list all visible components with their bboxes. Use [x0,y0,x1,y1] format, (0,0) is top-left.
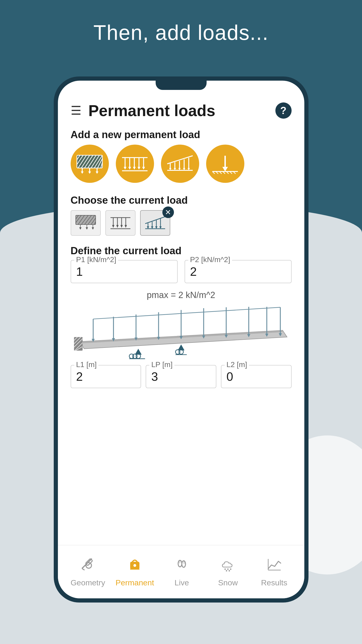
permanent-label: Permanent [116,578,154,587]
svg-point-139 [230,568,231,570]
load-thumb-trapezoidal[interactable]: ✕ [140,210,170,236]
nav-item-snow[interactable]: Snow [209,557,246,587]
svg-marker-72 [116,225,119,228]
nav-item-geometry[interactable]: Geometry [69,557,106,587]
svg-marker-74 [120,225,123,228]
uniform-load-button[interactable] [116,144,154,183]
distributed-load-button[interactable] [71,144,109,183]
svg-point-132 [133,564,136,567]
nav-item-live[interactable]: Live [163,557,200,587]
app-header: ☰ Permanent loads ? [58,94,304,124]
phone-notch [156,81,207,90]
results-label: Results [261,578,287,587]
l2-field-group: L2 [m] 0 [221,365,292,388]
load-thumb-distributed[interactable] [71,210,101,236]
l-fields-row: L1 [m] 2 LP [m] 3 L2 [m] 0 [58,365,304,395]
p2-field-group: P2 [kN/m^2] 2 [185,260,292,283]
live-icon [174,557,190,576]
svg-point-129 [86,563,91,568]
snow-icon [220,557,236,576]
l2-label: L2 [m] [225,360,249,369]
svg-marker-65 [86,227,88,230]
main-heading: Then, add loads... [0,21,362,45]
svg-point-138 [227,568,229,570]
l2-input[interactable]: 0 [227,370,286,384]
menu-icon[interactable]: ☰ [71,104,81,118]
svg-line-78 [145,217,165,224]
svg-point-135 [178,560,181,564]
l1-field-group: L1 [m] 2 [71,365,141,388]
close-badge[interactable]: ✕ [162,206,174,218]
svg-marker-24 [133,167,136,170]
svg-point-140 [226,570,227,572]
svg-marker-15 [88,172,91,174]
svg-line-128 [82,569,84,570]
svg-line-116 [93,307,280,319]
svg-marker-13 [81,172,84,174]
svg-marker-43 [222,167,228,172]
beam-diagram [58,305,304,365]
svg-point-136 [183,560,185,564]
lp-input[interactable]: 3 [151,370,211,384]
pmax-label: pmax = 2 kN/m^2 [58,288,304,305]
svg-point-120 [129,354,134,358]
geometry-icon [80,557,96,576]
svg-point-137 [224,568,226,570]
svg-marker-17 [96,172,98,174]
add-load-label: Add a new permanent load [58,124,304,144]
help-button[interactable]: ? [275,102,292,119]
svg-marker-28 [142,167,145,170]
svg-marker-63 [79,227,81,230]
svg-marker-20 [124,167,126,170]
trapezoidal-load-button[interactable] [161,144,199,183]
p1-field-group: P1 [kN/m^2] 1 [71,260,178,283]
p1-input[interactable]: 1 [76,265,172,278]
lp-field-group: LP [m] 3 [146,365,216,388]
svg-marker-76 [125,225,127,228]
l1-label: L1 [m] [74,360,99,369]
p1-field-label: P1 [kN/m^2] [74,256,118,264]
lp-label: LP [m] [149,360,174,369]
choose-load-label: Choose the current load [58,190,304,210]
p2-field-label: P2 [kN/m^2] [188,256,232,264]
svg-point-124 [175,350,180,354]
phone-frame: ☰ Permanent loads ? Add a new permanent … [54,76,309,602]
phone-screen: ☰ Permanent loads ? Add a new permanent … [58,81,304,598]
point-load-button[interactable] [206,144,244,183]
live-label: Live [174,578,189,587]
current-load-row: ✕ [58,210,304,243]
nav-item-results[interactable]: Results [256,557,293,587]
l1-input[interactable]: 2 [76,370,136,384]
bottom-nav: Geometry Permanent [58,545,304,598]
app-content: ☰ Permanent loads ? Add a new permanent … [58,81,304,598]
svg-marker-26 [138,167,140,170]
svg-point-141 [229,570,230,572]
results-icon [266,557,282,576]
load-thumb-uniform[interactable] [105,210,135,236]
svg-marker-67 [92,227,94,230]
p-fields-row: P1 [kN/m^2] 1 P2 [kN/m^2] 2 [58,260,304,288]
nav-item-permanent[interactable]: Permanent [116,557,154,587]
svg-marker-22 [128,167,131,170]
svg-marker-70 [112,225,114,228]
snow-label: Snow [218,578,238,587]
page-title: Permanent loads [88,102,268,120]
geometry-label: Geometry [71,578,105,587]
load-type-icons-row [58,144,304,190]
permanent-icon [127,557,143,576]
p2-input[interactable]: 2 [190,265,286,278]
